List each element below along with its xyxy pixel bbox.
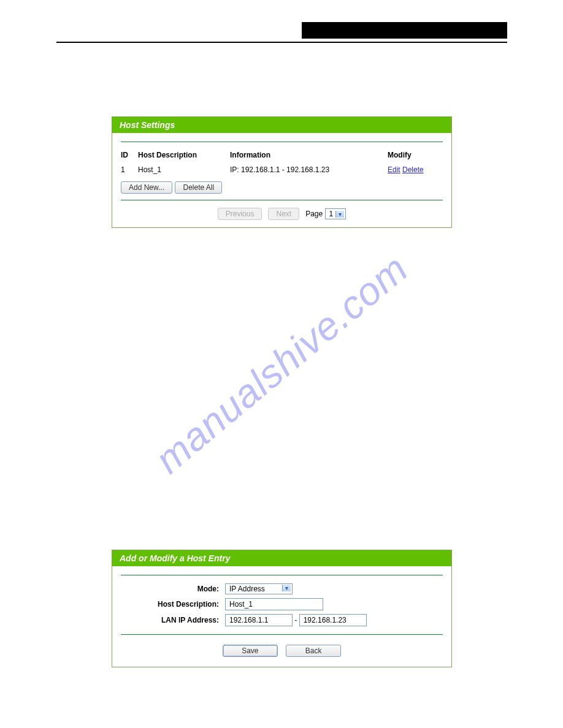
host-settings-panel: Host Settings ID Host Description Inform… (112, 116, 452, 228)
divider (121, 634, 443, 635)
host-table: ID Host Description Information Modify 1… (121, 148, 443, 179)
col-modify: Modify (388, 148, 443, 164)
table-row: 1 Host_1 IP: 192.168.1.1 - 192.168.1.23 … (121, 164, 443, 179)
add-new-button[interactable]: Add New... (121, 181, 172, 194)
cell-info: IP: 192.168.1.1 - 192.168.1.23 (230, 164, 388, 179)
lan-ip-to-input[interactable] (299, 614, 367, 626)
chevron-down-icon: ▾ (282, 585, 291, 591)
back-button[interactable]: Back (286, 645, 341, 657)
save-button[interactable]: Save (223, 645, 278, 657)
delete-all-button[interactable]: Delete All (175, 181, 222, 194)
lan-ip-label: LAN IP Address: (121, 616, 225, 624)
chevron-down-icon: ▾ (335, 211, 344, 218)
mode-value: IP Address (229, 585, 265, 593)
lan-ip-from-input[interactable] (225, 614, 293, 626)
page-value: 1 (329, 210, 334, 218)
edit-link[interactable]: Edit (388, 165, 400, 174)
previous-button[interactable]: Previous (218, 208, 262, 220)
header-black-bar (302, 22, 507, 39)
page-select[interactable]: 1▾ (325, 208, 347, 219)
col-desc: Host Description (138, 148, 230, 164)
watermark-text: manualshive.com (147, 246, 417, 482)
divider (121, 200, 443, 200)
divider (121, 142, 443, 142)
host-desc-input[interactable] (225, 598, 323, 610)
pager: Previous Next Page 1▾ (121, 205, 443, 220)
mode-select[interactable]: IP Address▾ (225, 583, 293, 594)
ip-separator: - (294, 616, 297, 624)
page-label: Page (305, 210, 323, 218)
cell-id: 1 (121, 164, 138, 179)
cell-desc: Host_1 (138, 164, 230, 179)
host-desc-label: Host Description: (121, 600, 225, 609)
mode-label: Mode: (121, 585, 225, 593)
divider (121, 575, 443, 575)
delete-link[interactable]: Delete (402, 165, 424, 174)
host-settings-title: Host Settings (112, 117, 451, 133)
modify-host-title: Add or Modify a Host Entry (112, 550, 451, 566)
col-info: Information (230, 148, 388, 164)
col-id: ID (121, 148, 138, 164)
modify-host-panel: Add or Modify a Host Entry Mode: IP Addr… (112, 550, 452, 667)
header-rule (56, 42, 507, 43)
next-button[interactable]: Next (268, 208, 299, 220)
